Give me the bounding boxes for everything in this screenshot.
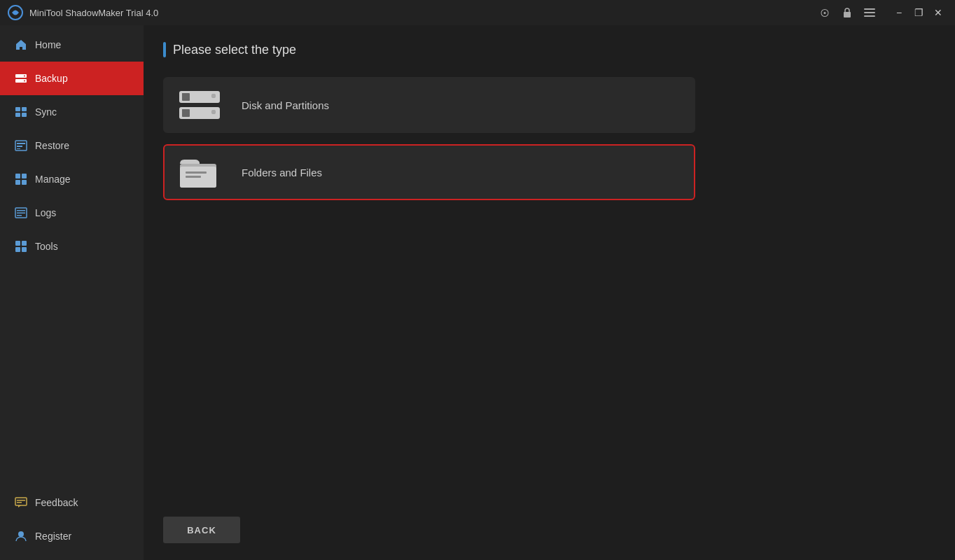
svg-rect-23 <box>17 210 25 211</box>
svg-point-8 <box>24 76 25 77</box>
folders-files-icon <box>165 144 235 200</box>
svg-rect-25 <box>17 215 22 216</box>
sidebar-item-register[interactable]: Register <box>0 519 144 553</box>
main-content: Please select the type Disk and Partitio… <box>144 25 955 560</box>
sidebar-label-feedback: Feedback <box>35 497 78 508</box>
feedback-icon <box>14 496 28 510</box>
app-body: Home Backup <box>0 25 955 560</box>
svg-rect-21 <box>22 180 27 185</box>
titlebar-icon-group <box>816 4 878 21</box>
svg-rect-4 <box>864 12 875 13</box>
svg-rect-13 <box>22 113 27 117</box>
manage-icon <box>14 172 28 186</box>
svg-rect-35 <box>186 172 207 174</box>
sidebar-label-restore: Restore <box>35 140 69 151</box>
header-accent <box>163 42 166 57</box>
folders-files-label: Folders and Files <box>235 167 322 178</box>
sidebar-label-manage: Manage <box>35 174 71 185</box>
sidebar-label-home: Home <box>35 39 61 50</box>
sidebar-nav: Home Backup <box>0 25 144 486</box>
sync-icon <box>14 105 28 119</box>
sidebar-label-tools: Tools <box>35 241 58 252</box>
svg-rect-15 <box>17 143 25 144</box>
sidebar-label-backup: Backup <box>35 73 68 84</box>
app-title: MiniTool ShadowMaker Trial 4.0 <box>29 8 816 18</box>
sidebar-label-logs: Logs <box>35 207 56 218</box>
sidebar-label-register: Register <box>35 531 71 542</box>
close-button[interactable]: ✕ <box>928 3 948 22</box>
svg-rect-18 <box>15 174 20 178</box>
sidebar-item-sync[interactable]: Sync <box>0 95 144 129</box>
page-header: Please select the type <box>163 42 935 57</box>
svg-point-9 <box>24 80 25 82</box>
svg-rect-26 <box>15 241 20 246</box>
sidebar-item-logs[interactable]: Logs <box>0 196 144 230</box>
restore-icon <box>14 139 28 153</box>
svg-rect-10 <box>15 107 20 111</box>
type-card-folders-files[interactable]: Folders and Files <box>163 144 695 200</box>
svg-rect-24 <box>17 213 25 214</box>
lock-icon-button[interactable] <box>839 4 856 21</box>
sidebar-item-home[interactable]: Home <box>0 28 144 62</box>
backup-icon <box>14 71 28 85</box>
app-logo <box>7 4 24 21</box>
sidebar-bottom: Feedback Register <box>0 486 144 560</box>
logs-icon <box>14 206 28 220</box>
svg-rect-12 <box>15 113 20 117</box>
svg-rect-5 <box>864 15 875 17</box>
svg-rect-3 <box>864 8 875 10</box>
disk-partitions-icon <box>165 77 235 133</box>
svg-rect-27 <box>22 241 27 246</box>
svg-rect-32 <box>17 502 22 503</box>
tools-icon <box>14 239 28 253</box>
minimize-button[interactable]: − <box>889 3 909 22</box>
svg-rect-19 <box>22 174 27 178</box>
sidebar-item-manage[interactable]: Manage <box>0 162 144 196</box>
titlebar: MiniTool ShadowMaker Trial 4.0 − ❐ ✕ <box>0 0 955 25</box>
settings-icon-button[interactable] <box>816 4 833 21</box>
sidebar-item-backup[interactable]: Backup <box>0 62 144 95</box>
sidebar-label-sync: Sync <box>35 106 57 118</box>
home-icon <box>14 38 28 52</box>
svg-rect-29 <box>22 247 27 252</box>
disk-partitions-label: Disk and Partitions <box>235 99 329 111</box>
svg-rect-28 <box>15 247 20 252</box>
restore-button[interactable]: ❐ <box>909 3 928 22</box>
svg-point-1 <box>824 12 826 14</box>
svg-rect-2 <box>844 12 851 18</box>
back-button[interactable]: BACK <box>163 517 240 543</box>
menu-icon-button[interactable] <box>861 4 878 21</box>
svg-rect-16 <box>17 146 22 147</box>
svg-rect-30 <box>15 498 27 505</box>
register-icon <box>14 529 28 543</box>
svg-rect-17 <box>17 148 20 149</box>
sidebar-item-tools[interactable]: Tools <box>0 230 144 263</box>
page-title: Please select the type <box>173 43 296 57</box>
svg-rect-36 <box>186 176 201 178</box>
sidebar: Home Backup <box>0 25 144 560</box>
sidebar-item-restore[interactable]: Restore <box>0 129 144 162</box>
sidebar-item-feedback[interactable]: Feedback <box>0 486 144 519</box>
svg-rect-20 <box>15 180 20 185</box>
type-card-disk-partitions[interactable]: Disk and Partitions <box>163 77 695 133</box>
svg-rect-31 <box>17 500 25 501</box>
content-footer: BACK <box>163 503 935 543</box>
svg-rect-11 <box>22 107 27 111</box>
